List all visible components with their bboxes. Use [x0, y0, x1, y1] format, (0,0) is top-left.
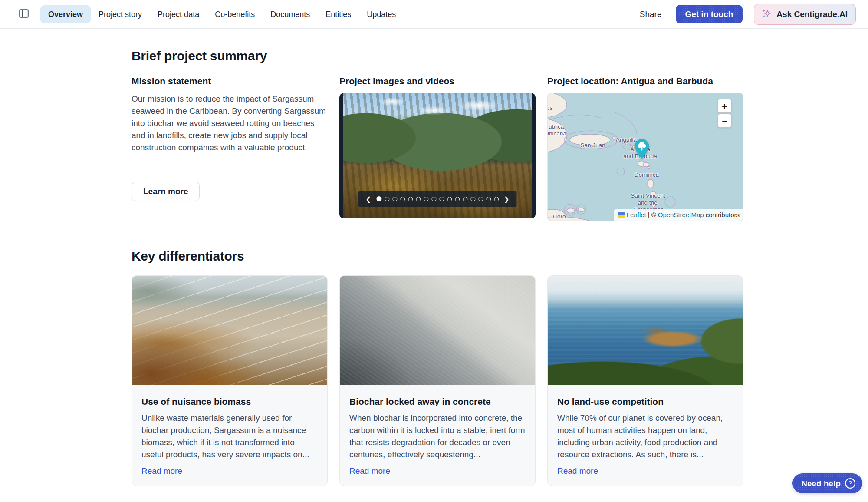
- media-carousel: ❮ ❯: [339, 93, 536, 218]
- sidebar-toggle-button[interactable]: [17, 7, 30, 21]
- carousel-dot[interactable]: [447, 197, 452, 201]
- learn-more-button[interactable]: Learn more: [132, 182, 200, 201]
- tab-updates[interactable]: Updates: [359, 5, 404, 23]
- card-body-text: While 70% of our planet is covered by oc…: [557, 412, 733, 461]
- key-differentiators-section: Key differentiators Use of nuisance biom…: [132, 249, 743, 486]
- differentiator-card: Biochar locked away in concrete When bio…: [339, 275, 536, 486]
- page-title: Brief project summary: [132, 49, 743, 63]
- map-zoom-controls: + −: [717, 99, 732, 128]
- media-heading: Project images and videos: [339, 76, 536, 87]
- carousel-dot[interactable]: [478, 197, 483, 201]
- differentiator-card: No land-use competition While 70% of our…: [547, 275, 743, 486]
- carousel-dot[interactable]: [470, 197, 475, 201]
- carousel-dot[interactable]: [494, 197, 499, 201]
- need-help-button[interactable]: Need help ?: [792, 473, 862, 493]
- mission-body: Our mission is to reduce the impact of S…: [132, 93, 328, 154]
- location-section: Project location: Antigua and Barbuda: [547, 76, 743, 221]
- location-map[interactable]: ds ública inicana San Juan Anguilla Anti…: [547, 93, 743, 221]
- carousel-dot[interactable]: [439, 197, 444, 201]
- card-title: Use of nuisance biomass: [141, 396, 318, 407]
- share-button[interactable]: Share: [637, 10, 664, 19]
- top-nav: Overview Project story Project data Co-b…: [0, 0, 868, 29]
- tab-entities[interactable]: Entities: [318, 5, 359, 23]
- carousel-dot[interactable]: [400, 197, 405, 201]
- leaflet-link[interactable]: Leaflet: [627, 211, 646, 218]
- panel-left-icon: [19, 9, 29, 19]
- carousel-dot[interactable]: [431, 197, 436, 201]
- card-body-text: Unlike waste materials generally used fo…: [141, 412, 318, 461]
- tab-project-story[interactable]: Project story: [91, 5, 150, 23]
- zoom-out-button[interactable]: −: [717, 114, 732, 128]
- tab-overview[interactable]: Overview: [40, 5, 91, 23]
- read-more-link[interactable]: Read more: [557, 466, 598, 476]
- carousel-dot[interactable]: [392, 197, 397, 201]
- nav-divider: [36, 7, 36, 22]
- ukraine-flag-icon: [618, 212, 625, 218]
- carousel-dot[interactable]: [455, 197, 460, 201]
- sargassum-beach-image: [132, 276, 327, 385]
- card-body-text: When biochar is incorporated into concre…: [349, 412, 526, 461]
- read-more-link[interactable]: Read more: [349, 466, 390, 476]
- card-title: No land-use competition: [557, 396, 733, 407]
- map-marker-tree-icon[interactable]: [634, 139, 650, 159]
- differentiator-card: Use of nuisance biomass Unlike waste mat…: [132, 275, 328, 486]
- carousel-dot[interactable]: [486, 197, 491, 201]
- concrete-block-image: [340, 276, 535, 385]
- carousel-dot[interactable]: [408, 197, 413, 201]
- get-in-touch-button[interactable]: Get in touch: [676, 5, 743, 23]
- ask-centigrade-ai-button[interactable]: Ask Centigrade.AI: [754, 4, 856, 25]
- attribution-separator: |: [648, 211, 650, 218]
- location-heading: Project location: Antigua and Barbuda: [547, 76, 743, 87]
- attribution-contributors: contributors: [706, 211, 740, 218]
- card-title: Biochar locked away in concrete: [349, 396, 526, 407]
- carousel-prev-icon[interactable]: ❮: [363, 196, 373, 202]
- tab-co-benefits[interactable]: Co-benefits: [207, 5, 263, 23]
- carousel-dots: [376, 196, 499, 201]
- sparkles-icon: [762, 9, 772, 20]
- tab-project-data[interactable]: Project data: [150, 5, 207, 23]
- ask-ai-label: Ask Centigrade.AI: [776, 10, 848, 18]
- differentiators-title: Key differentiators: [132, 249, 743, 264]
- map-attribution: Leaflet | © OpenStreetMap contributors: [614, 209, 743, 221]
- read-more-link[interactable]: Read more: [141, 466, 182, 476]
- carousel-dot[interactable]: [424, 197, 428, 201]
- tab-documents[interactable]: Documents: [263, 5, 318, 23]
- carousel-dot[interactable]: [463, 197, 467, 201]
- carousel-controls: ❮ ❯: [358, 191, 516, 207]
- openstreetmap-link[interactable]: OpenStreetMap: [658, 211, 704, 218]
- need-help-label: Need help: [801, 479, 841, 488]
- media-section: Project images and videos ❮ ❯: [339, 76, 536, 218]
- zoom-in-button[interactable]: +: [717, 99, 732, 113]
- mission-section: Mission statement Our mission is to redu…: [132, 76, 328, 201]
- carousel-dot[interactable]: [385, 197, 389, 201]
- carousel-dot[interactable]: [376, 196, 381, 201]
- page-content: Brief project summary Mission statement …: [132, 29, 743, 486]
- attribution-copyright: ©: [651, 211, 656, 218]
- carousel-next-icon[interactable]: ❯: [502, 196, 512, 202]
- ocean-aerial-image: [548, 276, 743, 385]
- carousel-dot[interactable]: [416, 197, 421, 201]
- mission-heading: Mission statement: [132, 76, 328, 87]
- question-circle-icon: ?: [845, 478, 855, 489]
- tab-bar: Overview Project story Project data Co-b…: [40, 5, 404, 23]
